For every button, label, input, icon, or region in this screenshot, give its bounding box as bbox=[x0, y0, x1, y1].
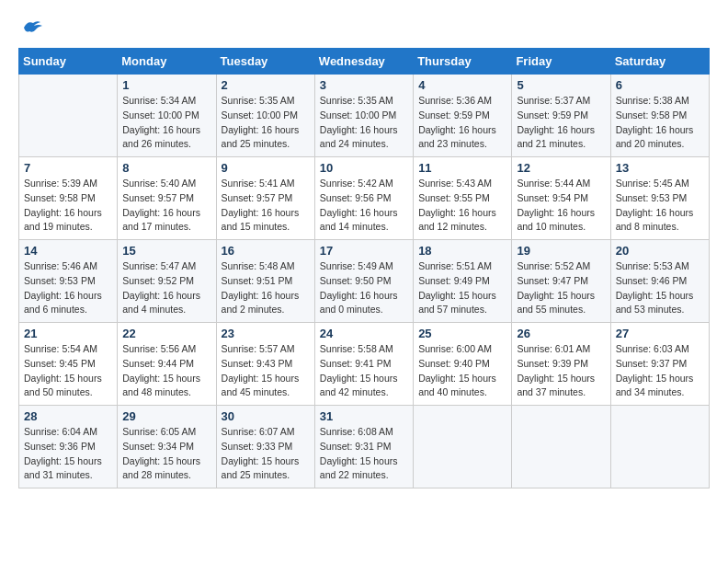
calendar-cell bbox=[512, 406, 610, 488]
day-number: 11 bbox=[418, 161, 506, 175]
calendar-cell: 30Sunrise: 6:07 AM Sunset: 9:33 PM Dayli… bbox=[216, 406, 314, 488]
week-row-1: 1Sunrise: 5:34 AM Sunset: 10:00 PM Dayli… bbox=[19, 75, 710, 157]
logo bbox=[18, 18, 42, 39]
calendar-cell: 26Sunrise: 6:01 AM Sunset: 9:39 PM Dayli… bbox=[512, 323, 610, 406]
day-info: Sunrise: 5:57 AM Sunset: 9:43 PM Dayligh… bbox=[222, 342, 310, 400]
calendar-cell: 21Sunrise: 5:54 AM Sunset: 9:45 PM Dayli… bbox=[19, 323, 118, 406]
calendar-cell: 17Sunrise: 5:49 AM Sunset: 9:50 PM Dayli… bbox=[314, 240, 413, 323]
day-number: 23 bbox=[222, 327, 310, 340]
day-info: Sunrise: 5:46 AM Sunset: 9:53 PM Dayligh… bbox=[24, 259, 112, 317]
day-number: 5 bbox=[517, 78, 605, 92]
day-number: 21 bbox=[24, 327, 112, 340]
calendar-cell: 12Sunrise: 5:44 AM Sunset: 9:54 PM Dayli… bbox=[512, 157, 610, 240]
day-number: 30 bbox=[222, 409, 310, 423]
calendar-cell: 16Sunrise: 5:48 AM Sunset: 9:51 PM Dayli… bbox=[216, 240, 314, 323]
column-header-wednesday: Wednesday bbox=[314, 49, 413, 75]
calendar-cell: 8Sunrise: 5:40 AM Sunset: 9:57 PM Daylig… bbox=[118, 157, 216, 240]
day-number: 13 bbox=[616, 161, 704, 175]
day-info: Sunrise: 5:35 AM Sunset: 10:00 PM Daylig… bbox=[320, 94, 408, 152]
day-info: Sunrise: 5:48 AM Sunset: 9:51 PM Dayligh… bbox=[222, 259, 310, 317]
calendar-cell: 7Sunrise: 5:39 AM Sunset: 9:58 PM Daylig… bbox=[19, 157, 118, 240]
day-number: 10 bbox=[320, 161, 408, 175]
day-number: 1 bbox=[122, 78, 210, 92]
day-info: Sunrise: 5:47 AM Sunset: 9:52 PM Dayligh… bbox=[122, 259, 210, 317]
day-number: 24 bbox=[320, 327, 408, 340]
day-number: 7 bbox=[24, 161, 112, 175]
day-info: Sunrise: 5:35 AM Sunset: 10:00 PM Daylig… bbox=[222, 94, 310, 152]
calendar-cell: 15Sunrise: 5:47 AM Sunset: 9:52 PM Dayli… bbox=[118, 240, 216, 323]
day-number: 16 bbox=[222, 244, 310, 258]
calendar-cell: 13Sunrise: 5:45 AM Sunset: 9:53 PM Dayli… bbox=[610, 157, 709, 240]
day-number: 4 bbox=[418, 78, 506, 92]
week-row-4: 21Sunrise: 5:54 AM Sunset: 9:45 PM Dayli… bbox=[19, 323, 710, 406]
calendar-cell: 28Sunrise: 6:04 AM Sunset: 9:36 PM Dayli… bbox=[19, 406, 118, 488]
day-number: 28 bbox=[24, 409, 112, 423]
day-number: 3 bbox=[320, 78, 408, 92]
day-info: Sunrise: 5:42 AM Sunset: 9:56 PM Dayligh… bbox=[320, 177, 408, 235]
calendar-cell: 1Sunrise: 5:34 AM Sunset: 10:00 PM Dayli… bbox=[118, 75, 216, 157]
page-header bbox=[18, 18, 710, 39]
column-header-saturday: Saturday bbox=[610, 49, 709, 75]
day-info: Sunrise: 6:01 AM Sunset: 9:39 PM Dayligh… bbox=[517, 342, 605, 400]
day-info: Sunrise: 5:36 AM Sunset: 9:59 PM Dayligh… bbox=[418, 94, 506, 152]
day-number: 2 bbox=[222, 78, 310, 92]
day-info: Sunrise: 6:05 AM Sunset: 9:34 PM Dayligh… bbox=[122, 425, 210, 483]
day-info: Sunrise: 6:04 AM Sunset: 9:36 PM Dayligh… bbox=[24, 425, 112, 483]
column-header-monday: Monday bbox=[118, 49, 216, 75]
day-number: 27 bbox=[616, 327, 704, 340]
day-info: Sunrise: 5:43 AM Sunset: 9:55 PM Dayligh… bbox=[418, 177, 506, 235]
column-header-friday: Friday bbox=[512, 49, 610, 75]
calendar-cell: 31Sunrise: 6:08 AM Sunset: 9:31 PM Dayli… bbox=[314, 406, 413, 488]
calendar-cell: 22Sunrise: 5:56 AM Sunset: 9:44 PM Dayli… bbox=[118, 323, 216, 406]
day-info: Sunrise: 6:03 AM Sunset: 9:37 PM Dayligh… bbox=[616, 342, 704, 400]
logo-bird-icon bbox=[22, 18, 42, 39]
day-info: Sunrise: 5:49 AM Sunset: 9:50 PM Dayligh… bbox=[320, 259, 408, 317]
day-number: 29 bbox=[122, 409, 210, 423]
calendar-cell: 9Sunrise: 5:41 AM Sunset: 9:57 PM Daylig… bbox=[216, 157, 314, 240]
calendar-table: SundayMondayTuesdayWednesdayThursdayFrid… bbox=[18, 48, 710, 488]
calendar-cell: 10Sunrise: 5:42 AM Sunset: 9:56 PM Dayli… bbox=[314, 157, 413, 240]
calendar-cell: 29Sunrise: 6:05 AM Sunset: 9:34 PM Dayli… bbox=[118, 406, 216, 488]
day-info: Sunrise: 5:52 AM Sunset: 9:47 PM Dayligh… bbox=[517, 259, 605, 317]
column-header-thursday: Thursday bbox=[414, 49, 512, 75]
day-number: 14 bbox=[24, 244, 112, 258]
day-info: Sunrise: 5:51 AM Sunset: 9:49 PM Dayligh… bbox=[418, 259, 506, 317]
day-info: Sunrise: 5:38 AM Sunset: 9:58 PM Dayligh… bbox=[616, 94, 704, 152]
day-info: Sunrise: 5:39 AM Sunset: 9:58 PM Dayligh… bbox=[24, 177, 112, 235]
day-info: Sunrise: 5:37 AM Sunset: 9:59 PM Dayligh… bbox=[517, 94, 605, 152]
column-header-sunday: Sunday bbox=[19, 49, 118, 75]
day-number: 8 bbox=[122, 161, 210, 175]
calendar-cell bbox=[414, 406, 512, 488]
calendar-cell: 25Sunrise: 6:00 AM Sunset: 9:40 PM Dayli… bbox=[414, 323, 512, 406]
day-info: Sunrise: 5:34 AM Sunset: 10:00 PM Daylig… bbox=[122, 94, 210, 152]
day-number: 15 bbox=[122, 244, 210, 258]
column-header-tuesday: Tuesday bbox=[216, 49, 314, 75]
calendar-cell: 18Sunrise: 5:51 AM Sunset: 9:49 PM Dayli… bbox=[414, 240, 512, 323]
day-info: Sunrise: 5:40 AM Sunset: 9:57 PM Dayligh… bbox=[122, 177, 210, 235]
calendar-cell: 23Sunrise: 5:57 AM Sunset: 9:43 PM Dayli… bbox=[216, 323, 314, 406]
calendar-cell: 2Sunrise: 5:35 AM Sunset: 10:00 PM Dayli… bbox=[216, 75, 314, 157]
calendar-cell: 11Sunrise: 5:43 AM Sunset: 9:55 PM Dayli… bbox=[414, 157, 512, 240]
day-info: Sunrise: 5:44 AM Sunset: 9:54 PM Dayligh… bbox=[517, 177, 605, 235]
day-info: Sunrise: 5:58 AM Sunset: 9:41 PM Dayligh… bbox=[320, 342, 408, 400]
calendar-cell: 20Sunrise: 5:53 AM Sunset: 9:46 PM Dayli… bbox=[610, 240, 709, 323]
day-info: Sunrise: 6:00 AM Sunset: 9:40 PM Dayligh… bbox=[418, 342, 506, 400]
calendar-cell: 24Sunrise: 5:58 AM Sunset: 9:41 PM Dayli… bbox=[314, 323, 413, 406]
day-info: Sunrise: 5:54 AM Sunset: 9:45 PM Dayligh… bbox=[24, 342, 112, 400]
day-number: 26 bbox=[517, 327, 605, 340]
day-number: 6 bbox=[616, 78, 704, 92]
calendar-cell: 4Sunrise: 5:36 AM Sunset: 9:59 PM Daylig… bbox=[414, 75, 512, 157]
day-number: 31 bbox=[320, 409, 408, 423]
day-info: Sunrise: 6:07 AM Sunset: 9:33 PM Dayligh… bbox=[222, 425, 310, 483]
day-number: 25 bbox=[418, 327, 506, 340]
calendar-cell: 5Sunrise: 5:37 AM Sunset: 9:59 PM Daylig… bbox=[512, 75, 610, 157]
day-info: Sunrise: 5:53 AM Sunset: 9:46 PM Dayligh… bbox=[616, 259, 704, 317]
calendar-cell bbox=[19, 75, 118, 157]
calendar-cell bbox=[610, 406, 709, 488]
day-number: 18 bbox=[418, 244, 506, 258]
calendar-cell: 19Sunrise: 5:52 AM Sunset: 9:47 PM Dayli… bbox=[512, 240, 610, 323]
day-number: 12 bbox=[517, 161, 605, 175]
calendar-cell: 27Sunrise: 6:03 AM Sunset: 9:37 PM Dayli… bbox=[610, 323, 709, 406]
day-number: 17 bbox=[320, 244, 408, 258]
calendar-cell: 14Sunrise: 5:46 AM Sunset: 9:53 PM Dayli… bbox=[19, 240, 118, 323]
